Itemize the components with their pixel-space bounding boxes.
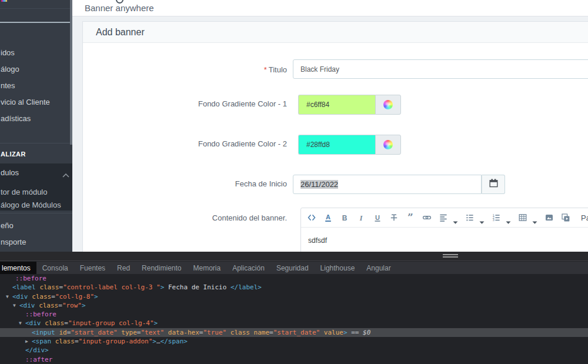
- contenido-label: Contenido del banner.: [83, 213, 287, 222]
- numbered-list-icon[interactable]: 123: [492, 213, 501, 222]
- code-token: [250, 329, 254, 336]
- logo-fragment: [1, 0, 7, 2]
- dom-node[interactable]: ▼<div class="col-lg-8">: [0, 292, 588, 301]
- devtools-tab-lementos[interactable]: lementos: [0, 262, 36, 274]
- sidebar-item-gestor-modulo[interactable]: tor de módulo: [1, 188, 70, 196]
- titulo-input[interactable]: [293, 59, 588, 79]
- sidebar-item-estadisticas[interactable]: adísticas: [1, 114, 70, 123]
- editor-content[interactable]: sdfsdf: [301, 228, 588, 252]
- devtools-tab-bar: lementosConsolaFuentesRedRendimientoMemo…: [0, 262, 588, 274]
- dom-node[interactable]: <label class="control-label col-lg-3 "> …: [0, 283, 588, 292]
- image-icon[interactable]: [544, 213, 554, 222]
- code-token: …: [156, 338, 161, 345]
- sidebar-item-clientes[interactable]: ntes: [1, 81, 70, 90]
- code-icon[interactable]: [307, 213, 316, 222]
- dom-node[interactable]: ▼<div class="row">: [0, 301, 588, 310]
- fecha-label: Fecha de Inicio: [83, 179, 287, 188]
- devtools-tab-fuentes[interactable]: Fuentes: [74, 262, 111, 274]
- sidebar-item-transporte[interactable]: nsporte: [1, 238, 70, 246]
- dom-node[interactable]: </div>: [0, 346, 588, 355]
- dom-node[interactable]: ::before: [0, 310, 588, 319]
- chevron-down-icon[interactable]: [479, 216, 485, 219]
- chevron-down-icon[interactable]: [453, 216, 458, 219]
- link-icon[interactable]: [422, 213, 432, 222]
- expand-arrow-open-icon[interactable]: ▼: [6, 292, 9, 301]
- italic-icon[interactable]: I: [356, 213, 366, 222]
- code-token: ==: [348, 329, 363, 336]
- code-token: <div: [12, 293, 28, 300]
- code-token: class: [230, 329, 250, 336]
- bold-icon[interactable]: B: [340, 213, 349, 222]
- chevron-down-icon[interactable]: [506, 216, 511, 219]
- sidebar-item-servicio-cliente[interactable]: vicio al Cliente: [1, 98, 70, 106]
- color2-label: Fondo Gradiente Color - 2: [83, 139, 287, 148]
- strikethrough-icon[interactable]: [389, 213, 399, 222]
- code-token: "text": [141, 329, 164, 336]
- code-token: </label>: [230, 283, 262, 291]
- code-token: </span>: [161, 338, 188, 345]
- code-token: >: [94, 293, 98, 300]
- devtools-panel: lementosConsolaFuentesRedRendimientoMemo…: [0, 252, 588, 364]
- panel-title: Add banner: [96, 27, 145, 38]
- code-token: <div: [19, 302, 35, 309]
- align-left-icon[interactable]: [439, 213, 448, 222]
- blockquote-icon[interactable]: ”: [406, 213, 415, 222]
- sidebar-item-catalogo-modulos[interactable]: álogo de Módulos: [1, 201, 70, 209]
- expand-arrow-closed-icon[interactable]: ▶: [25, 337, 28, 346]
- code-token: >: [152, 338, 156, 345]
- sidebar-item-modulos[interactable]: dulos: [1, 168, 70, 177]
- admin-sidebar: idos álogo ntes vicio al Cliente adístic…: [0, 0, 72, 252]
- color1-input[interactable]: #c6ff84: [298, 95, 375, 115]
- code-token: $0: [363, 329, 370, 336]
- code-token: [51, 338, 55, 345]
- media-icon[interactable]: [561, 213, 570, 222]
- code-token: [320, 329, 324, 336]
- color1-group: #c6ff84: [298, 95, 401, 115]
- selected-date-text: 26/11/2022: [300, 180, 338, 189]
- code-token: class: [55, 338, 75, 345]
- devtools-tab-seguridad[interactable]: Seguridad: [270, 262, 315, 274]
- code-token: ::after: [25, 356, 52, 363]
- dom-node[interactable]: ::before: [0, 274, 588, 283]
- calendar-button[interactable]: [482, 175, 505, 194]
- devtools-elements-tree: ::before<label class="control-label col-…: [0, 274, 588, 364]
- code-token: id: [59, 329, 66, 336]
- table-icon[interactable]: [518, 213, 527, 222]
- code-token: [226, 329, 230, 336]
- devtools-tab-red[interactable]: Red: [111, 262, 136, 274]
- chevron-down-icon[interactable]: [532, 216, 537, 219]
- expand-arrow-open-icon[interactable]: ▼: [13, 301, 16, 310]
- code-token: >: [154, 319, 158, 327]
- chevron-up-icon[interactable]: [62, 169, 69, 180]
- code-token: "true": [203, 329, 226, 336]
- underline-icon[interactable]: U: [373, 213, 382, 222]
- code-token: class: [45, 319, 64, 327]
- devtools-tab-aplicación[interactable]: Aplicación: [226, 262, 270, 274]
- paragraph-format-dropdown[interactable]: Parrafo: [581, 213, 588, 222]
- dom-node[interactable]: ▶<span class="input-group-addon">…</span…: [0, 337, 588, 346]
- sidebar-item-catalogo[interactable]: álogo: [1, 65, 70, 74]
- sidebar-item-diseno[interactable]: eño: [1, 221, 70, 230]
- devtools-resize-handle[interactable]: [443, 254, 458, 259]
- code-token: =: [75, 338, 79, 345]
- color2-picker-button[interactable]: [375, 135, 401, 155]
- sidebar-item-pedidos[interactable]: idos: [1, 48, 70, 57]
- dom-node-selected[interactable]: <input id="start_date" type="text" data-…: [0, 328, 588, 337]
- color1-picker-button[interactable]: [375, 95, 401, 115]
- devtools-tab-consola[interactable]: Consola: [36, 262, 74, 274]
- devtools-tab-rendimiento[interactable]: Rendimiento: [136, 262, 187, 274]
- svg-text:B: B: [342, 214, 348, 222]
- editor-toolbar: ABIU”123Parrafo: [301, 208, 588, 228]
- color2-input[interactable]: #28ffd8: [298, 135, 375, 155]
- start-date-input[interactable]: 26/11/2022: [293, 175, 482, 194]
- dom-node[interactable]: ::after: [0, 355, 588, 364]
- dom-node[interactable]: ▼<div class="input-group col-lg-4">: [0, 319, 588, 328]
- devtools-tab-lighthouse[interactable]: Lighthouse: [315, 262, 361, 274]
- bullet-list-icon[interactable]: [465, 213, 475, 222]
- devtools-tab-memoria[interactable]: Memoria: [187, 262, 226, 274]
- forecolor-icon[interactable]: A: [323, 213, 333, 222]
- titulo-label: *Titulo: [83, 65, 287, 74]
- color-wheel-icon: [383, 100, 393, 109]
- devtools-tab-angular[interactable]: Angular: [360, 262, 396, 274]
- expand-arrow-open-icon[interactable]: ▼: [19, 319, 22, 328]
